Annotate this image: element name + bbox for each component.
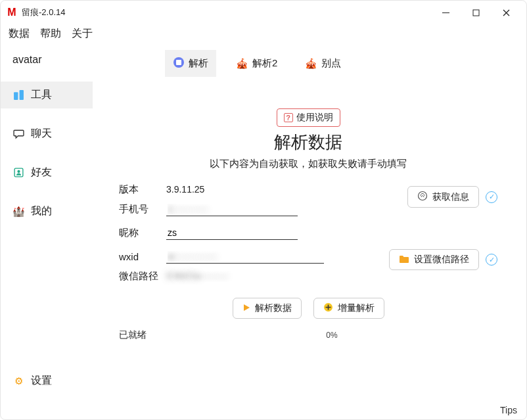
close-button[interactable] (491, 1, 521, 24)
maximize-button[interactable] (461, 1, 491, 24)
footer: Tips (1, 401, 526, 419)
plus-circle-icon (323, 302, 333, 314)
incremental-label: 增量解析 (338, 302, 375, 314)
label-version: 版本 (119, 183, 166, 196)
friends-icon (12, 167, 24, 179)
sidebar: avatar 工具 聊天 好友 🏰 我的 ⚙ 设置 (1, 46, 93, 400)
status-row: 已就绪 0% (99, 329, 517, 341)
page-title: 解析数据 (99, 131, 517, 154)
menu-about[interactable]: 关于 (72, 27, 93, 41)
phone-field[interactable] (166, 202, 298, 216)
tab-dont-click[interactable]: 🎪 别点 (297, 51, 349, 76)
value-wechat-path: D:WeCha············· (166, 271, 229, 281)
sidebar-item-settings[interactable]: ⚙ 设置 (1, 369, 93, 393)
app-icon: M (6, 7, 18, 18)
tab-parse2[interactable]: 🎪 解析2 (228, 51, 285, 76)
set-path-label: 设置微信路径 (414, 254, 469, 266)
menubar: 数据 帮助 关于 (1, 24, 526, 46)
get-info-button[interactable]: 获取信息 (407, 186, 479, 208)
svg-rect-9 (176, 60, 181, 65)
set-path-button[interactable]: 设置微信路径 (389, 249, 479, 270)
svg-rect-1 (473, 10, 479, 16)
help-button-label: 使用说明 (296, 112, 333, 124)
svg-rect-4 (14, 92, 18, 100)
folder-icon (399, 254, 409, 266)
label-nickname: 昵称 (119, 227, 166, 239)
sidebar-item-chat[interactable]: 聊天 (1, 120, 93, 147)
nickname-field[interactable] (166, 226, 298, 240)
tab-parse[interactable]: 解析 (165, 50, 216, 77)
progress-value: 0% (147, 331, 517, 340)
tab-label: 解析 (189, 57, 208, 70)
titlebar: M 留痕-2.0.14 (1, 1, 526, 24)
help-button[interactable]: ? 使用说明 (277, 108, 340, 127)
tent-icon: 🎪 (236, 58, 248, 70)
play-icon (242, 303, 250, 314)
svg-rect-5 (19, 90, 23, 100)
menu-help[interactable]: 帮助 (40, 27, 61, 41)
incremental-parse-button[interactable]: 增量解析 (313, 298, 384, 319)
wxid-field[interactable] (166, 250, 324, 264)
sidebar-item-label: 工具 (31, 88, 52, 102)
tab-label: 别点 (321, 57, 341, 70)
status-label: 已就绪 (119, 329, 147, 341)
label-phone: 手机号 (119, 203, 166, 216)
sidebar-item-label: 我的 (31, 204, 52, 218)
sidebar-item-tools[interactable]: 工具 (1, 82, 93, 108)
gear-icon: ⚙ (12, 375, 24, 387)
window-title: 留痕-2.0.14 (22, 7, 65, 18)
menu-data[interactable]: 数据 (9, 27, 30, 41)
sidebar-item-label: 好友 (31, 166, 52, 179)
tools-icon (12, 89, 24, 101)
chat-icon (12, 128, 24, 140)
form: 版本 3.9.11.25 获取信息 ✓ 手机号 昵称 (99, 179, 517, 286)
get-info-label: 获取信息 (432, 191, 469, 203)
label-wechat-path: 微信路径 (119, 270, 166, 283)
sidebar-item-label: 设置 (31, 374, 52, 388)
tab-label: 解析2 (252, 57, 277, 70)
question-icon: ? (284, 113, 293, 122)
fingerprint-icon (417, 191, 428, 203)
tabs: 解析 🎪 解析2 🎪 别点 (99, 50, 517, 77)
check-icon: ✓ (486, 254, 497, 266)
sidebar-item-friends[interactable]: 好友 (1, 159, 93, 186)
label-wxid: wxid (119, 251, 166, 262)
tips-link[interactable]: Tips (500, 405, 517, 415)
parse-data-label: 解析数据 (255, 302, 292, 314)
check-icon: ✓ (486, 191, 497, 203)
sidebar-item-mine[interactable]: 🏰 我的 (1, 198, 93, 225)
castle-icon: 🏰 (12, 206, 24, 218)
minimize-button[interactable] (430, 1, 461, 24)
svg-point-7 (17, 170, 20, 173)
value-version: 3.9.11.25 (166, 184, 204, 195)
parse-data-button[interactable]: 解析数据 (233, 298, 302, 319)
avatar-label: avatar (1, 50, 93, 82)
tent-icon: 🎪 (305, 58, 317, 70)
page-subtitle: 以下内容为自动获取，如获取失败请手动填写 (99, 158, 517, 170)
main-panel: 解析 🎪 解析2 🎪 别点 ? 使用说明 解析数据 以下内容为自动获取，如获取失… (93, 46, 526, 400)
parse-icon (173, 57, 185, 70)
sidebar-item-label: 聊天 (31, 127, 52, 141)
